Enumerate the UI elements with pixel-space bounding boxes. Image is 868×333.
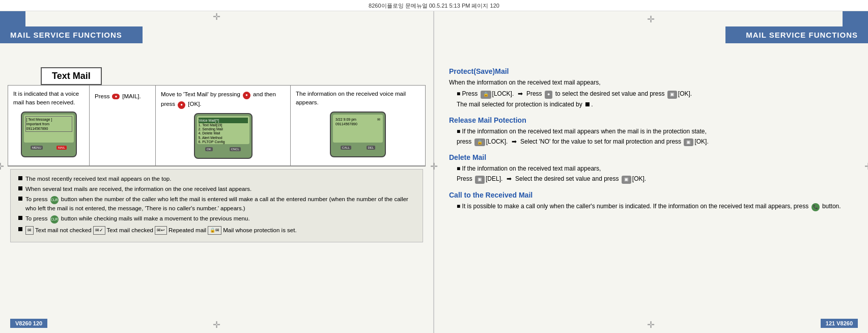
protect-text-2: ■ Press 🔒[LOCK]. ➡ Press ● to select the…: [449, 89, 853, 99]
ok-btn-3: ▣: [622, 176, 631, 184]
right-page: MAIL SERVICE FUNCTIONS Protect(Save)Mail…: [434, 11, 868, 333]
protect-text-3: The mail selected for protection is indi…: [449, 100, 853, 109]
protect-text-1: When the information on the received tex…: [449, 78, 853, 87]
step-3: Move to 'Text Mail' by pressing ● and th…: [156, 86, 291, 165]
crosshair-right: ✛: [864, 161, 869, 172]
call-section: Call to the Received Mail ■ It is possib…: [449, 191, 853, 211]
crosshair-top-right: ✛: [647, 14, 655, 25]
lock-btn-1: 🔒: [481, 91, 491, 99]
right-content: Protect(Save)Mail When the information o…: [449, 67, 853, 218]
crosshair-center: ✛: [430, 161, 438, 172]
right-page-footer: 121 V8260: [821, 319, 858, 328]
ok-btn-1: ▣: [667, 91, 677, 99]
step-1: It is indicated that a voice mail has be…: [8, 86, 90, 165]
step-4: The information on the received voice ma…: [291, 86, 425, 165]
right-header-text: MAIL SERVICE FUNCTIONS: [746, 31, 858, 39]
protect-section: Protect(Save)Mail When the information o…: [449, 67, 853, 109]
right-header-banner: MAIL SERVICE FUNCTIONS: [725, 26, 868, 43]
mail-button-icon: ●: [112, 94, 120, 99]
delete-section: Delete Mail ■ If the information on the …: [449, 153, 853, 184]
bullet-4: To press CLR button while checking mails…: [18, 214, 415, 224]
ok-btn-2: ▣: [684, 138, 693, 147]
release-section: Release Mail Potection ■ If the informat…: [449, 116, 853, 147]
bullet-5: ✉ Text mail not checked ✉✓ Text mail che…: [18, 226, 415, 235]
delete-text-1: ■ If the information on the received tex…: [449, 164, 853, 173]
crosshair-top: ✛: [213, 11, 220, 22]
crosshair-bottom-right: ✛: [647, 319, 655, 330]
call-text-1: ■ It is possible to make a call only whe…: [449, 202, 853, 211]
protect-heading: Protect(Save)Mail: [449, 67, 853, 75]
bullet-3: To press CLR button when the number of t…: [18, 195, 415, 212]
steps-table: It is indicated that a voice mail has be…: [8, 85, 426, 166]
bullet-section: The most recently received text mail app…: [10, 169, 423, 242]
right-tab-corner: [843, 11, 868, 26]
delete-heading: Delete Mail: [449, 153, 853, 161]
left-page-footer: V8260 120: [10, 319, 47, 328]
bullet-2: When several text mails are received, th…: [18, 185, 415, 193]
release-heading: Release Mail Potection: [449, 116, 853, 124]
file-info: 8260이플로잉 문메뉴얼 00.5.21 5:13 PM 페이지 120: [369, 3, 499, 9]
press-label-1: Press: [95, 93, 109, 99]
mail-label: [MAIL].: [122, 93, 141, 99]
crosshair-bottom-left: ✛: [213, 319, 220, 330]
left-header-banner: MAIL SERVICE FUNCTIONS: [0, 26, 143, 43]
left-tab-corner: [0, 11, 25, 26]
section-title: Text Mail: [41, 67, 102, 85]
step-2: Press ● [MAIL].: [90, 86, 156, 165]
center-divider: [434, 11, 434, 333]
nav-btn-1: ●: [545, 91, 552, 99]
call-heading: Call to the Received Mail: [449, 191, 853, 199]
left-header-text: MAIL SERVICE FUNCTIONS: [10, 31, 122, 39]
del-btn: ▣: [475, 176, 485, 184]
left-page: MAIL SERVICE FUNCTIONS ✛ Text Mail It is…: [0, 11, 434, 333]
release-text-2: press 🔒[LOCK]. ➡ Select 'NO' for the val…: [449, 137, 853, 147]
release-text-1: ■ If the information on the received tex…: [449, 127, 853, 136]
bullet-1: The most recently received text mail app…: [18, 175, 415, 183]
crosshair-left: ✛: [0, 161, 4, 172]
lock-btn-2: 🔒: [474, 138, 485, 147]
delete-text-2: Press ▣[DEL]. ➡ Select the desired set v…: [449, 174, 853, 184]
call-green-btn: 📞: [811, 203, 820, 211]
